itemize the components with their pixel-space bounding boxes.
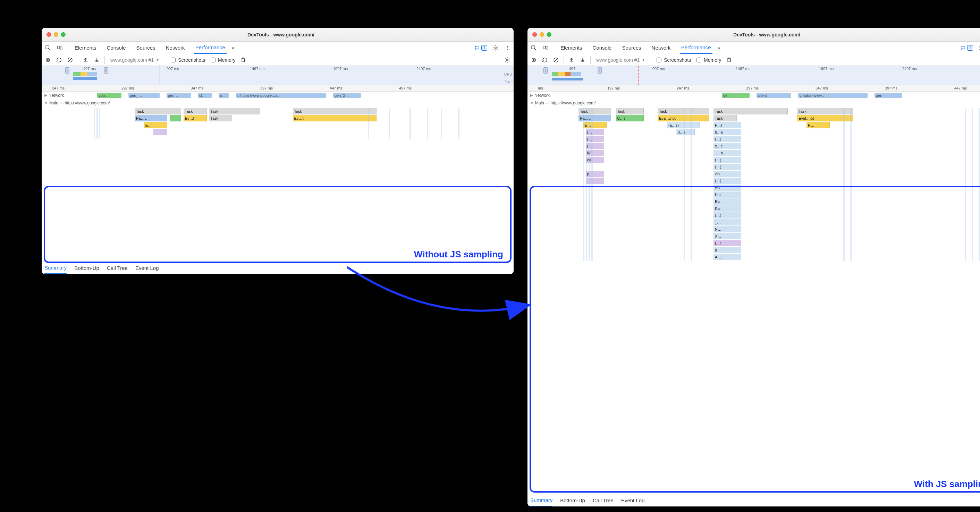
network-request-bar[interactable]: n… xyxy=(219,93,229,98)
details-tab-event-log[interactable]: Event Log xyxy=(621,494,645,506)
inspect-icon[interactable] xyxy=(530,45,537,51)
close-icon[interactable] xyxy=(532,32,537,37)
titlebar[interactable]: DevTools - www.google.com/ xyxy=(528,28,980,41)
flame-bar[interactable]: Task xyxy=(135,108,181,114)
recording-selector[interactable]: www.google.com #1▼ xyxy=(109,57,161,63)
memory-checkbox[interactable]: Memory xyxy=(695,57,721,64)
record-icon[interactable] xyxy=(45,57,51,64)
flame-bar[interactable]: (…) xyxy=(713,178,741,184)
flame-bar[interactable]: z…e xyxy=(713,143,741,149)
flame-bar[interactable]: Bla xyxy=(713,199,741,205)
more-tabs-icon[interactable]: » xyxy=(231,45,235,51)
flame-bar[interactable]: (…) xyxy=(713,136,741,142)
flame-bar[interactable]: (…) xyxy=(713,212,741,219)
flame-chart[interactable]: TaskTaskTaskTaskPa…LEv…tTaskEv…tE… xyxy=(41,107,514,262)
flame-bar[interactable]: Hla xyxy=(713,191,741,198)
disclosure-triangle-icon[interactable]: ▶ xyxy=(530,93,533,97)
flame-bar[interactable]: d xyxy=(713,247,741,253)
tab-performance[interactable]: Performance xyxy=(680,42,713,54)
details-tab-summary[interactable]: Summary xyxy=(530,495,552,507)
tab-sources[interactable]: Sources xyxy=(135,41,157,54)
trash-icon[interactable] xyxy=(725,57,733,64)
flame-bar[interactable]: Task xyxy=(209,115,232,121)
flame-bar[interactable]: b…e xyxy=(713,129,741,135)
flame-bar[interactable]: Task xyxy=(293,108,377,114)
reload-record-icon[interactable] xyxy=(541,57,548,64)
flame-bar[interactable]: N… xyxy=(713,226,741,232)
main-track-header[interactable]: ▼ Main — https://www.google.com/ xyxy=(528,99,980,107)
device-toggle-icon[interactable] xyxy=(542,45,549,51)
flame-bar[interactable]: zla xyxy=(713,171,741,177)
upload-icon[interactable] xyxy=(568,57,575,64)
screenshots-checkbox[interactable]: Screenshots xyxy=(169,57,205,64)
network-request-bar[interactable]: g hpba (www… xyxy=(798,93,867,98)
tab-elements[interactable]: Elements xyxy=(73,41,98,54)
details-tab-event-log[interactable]: Event Log xyxy=(135,262,159,274)
flame-bar[interactable]: Eval…ript xyxy=(658,115,709,121)
screenshots-checkbox[interactable]: Screenshots xyxy=(655,57,691,64)
details-tab-bottom-up[interactable]: Bottom-Up xyxy=(560,494,585,506)
flame-bar[interactable] xyxy=(170,115,181,121)
flame-bar[interactable]: Ev…t xyxy=(293,115,377,121)
disclosure-triangle-icon[interactable]: ▼ xyxy=(45,101,48,105)
range-handle-left[interactable] xyxy=(543,67,547,73)
flame-bar[interactable]: Task xyxy=(209,108,260,114)
details-tab-summary[interactable]: Summary xyxy=(45,262,67,274)
zoom-icon[interactable] xyxy=(547,32,551,37)
flame-bar[interactable]: E… xyxy=(144,122,167,128)
traffic-lights[interactable] xyxy=(46,32,65,37)
flame-bar[interactable]: F…l xyxy=(713,122,741,128)
download-icon[interactable] xyxy=(93,57,100,64)
disclosure-triangle-icon[interactable]: ▶ xyxy=(45,93,47,97)
flame-bar[interactable]: A… xyxy=(713,254,741,260)
clear-icon[interactable] xyxy=(552,57,559,64)
flame-bar[interactable]: t…r xyxy=(713,240,741,246)
network-request-bar[interactable]: goo… xyxy=(97,93,121,98)
traffic-lights[interactable] xyxy=(532,32,551,37)
more-tabs-icon[interactable]: » xyxy=(717,45,721,51)
network-request-bar[interactable]: gen xyxy=(875,93,902,98)
memory-checkbox[interactable]: Memory xyxy=(209,57,235,64)
range-handle-right[interactable] xyxy=(598,67,602,73)
settings-icon[interactable] xyxy=(492,45,499,51)
flame-bar[interactable]: Ev…t xyxy=(184,115,207,121)
disclosure-triangle-icon[interactable]: ▼ xyxy=(530,101,534,105)
details-tab-call-tree[interactable]: Call Tree xyxy=(107,262,128,274)
network-request-bar[interactable]: c hpba (www.google.co… xyxy=(236,93,326,98)
network-request-bar[interactable]: gen xyxy=(722,93,749,98)
tab-network[interactable]: Network xyxy=(164,41,186,54)
tab-console[interactable]: Console xyxy=(591,41,613,54)
flame-bar[interactable]: Pa…L xyxy=(135,115,167,121)
flame-bar[interactable]: (l…) xyxy=(676,129,695,135)
flame-bar[interactable]: (a…s) xyxy=(667,122,700,128)
kebab-menu-icon[interactable]: ⋮ xyxy=(504,45,511,51)
flame-bar[interactable]: vla xyxy=(713,184,741,191)
close-icon[interactable] xyxy=(46,32,51,37)
flame-bar[interactable]: _…a xyxy=(713,150,741,156)
flame-bar[interactable]: (…) xyxy=(713,157,741,163)
minimize-icon[interactable] xyxy=(54,32,58,37)
network-request-bar[interactable]: gen_2… xyxy=(333,93,361,98)
network-track-header[interactable]: ▶ Network genclientg hpba (www…gen xyxy=(528,92,980,99)
details-tab-call-tree[interactable]: Call Tree xyxy=(593,494,614,506)
clear-icon[interactable] xyxy=(67,57,73,64)
upload-icon[interactable] xyxy=(82,57,89,64)
tab-performance[interactable]: Performance xyxy=(194,42,227,54)
zoom-icon[interactable] xyxy=(61,32,65,37)
tab-elements[interactable]: Elements xyxy=(559,41,584,54)
flame-bar[interactable]: Task xyxy=(616,108,644,114)
tab-console[interactable]: Console xyxy=(105,41,127,54)
network-request-bar[interactable]: gen_… xyxy=(129,93,160,98)
flame-bar[interactable]: (…) xyxy=(713,164,741,170)
settings-icon[interactable] xyxy=(978,45,980,51)
trash-icon[interactable] xyxy=(240,57,247,64)
flame-bar[interactable]: _… xyxy=(713,219,741,226)
time-axis[interactable]: 247 ms297 ms347 ms397 ms447 ms497 ms xyxy=(41,85,514,92)
flame-bar[interactable] xyxy=(153,129,167,135)
network-track-header[interactable]: ▶ Network goo…gen_…gen…cl…n…c hpba (www.… xyxy=(41,92,514,99)
record-icon[interactable] xyxy=(530,57,537,64)
flame-bar[interactable]: X… xyxy=(713,233,741,239)
main-track-header[interactable]: ▼ Main — https://www.google.com/ xyxy=(41,99,514,107)
messages-badge[interactable]: 1 xyxy=(474,45,487,51)
range-handle-right[interactable] xyxy=(104,67,108,73)
